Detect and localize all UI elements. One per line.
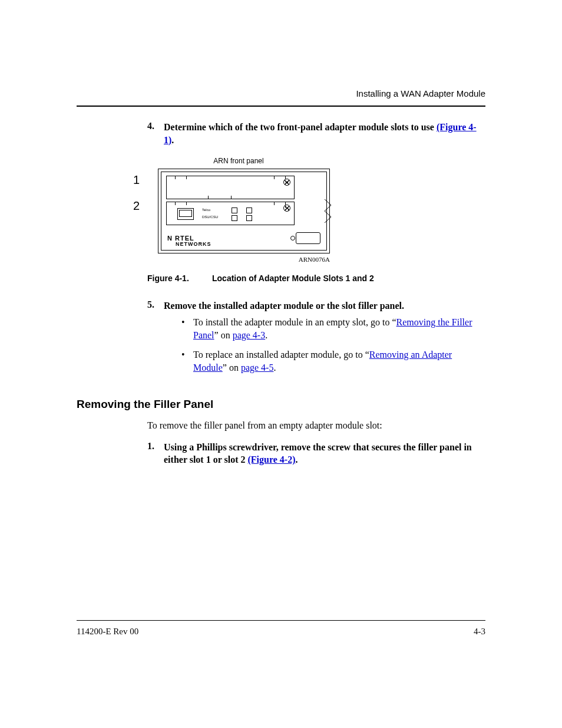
step-number: 5. bbox=[147, 299, 164, 380]
bullet-post: . bbox=[273, 363, 276, 373]
step5-text: Remove the installed adapter module or t… bbox=[164, 301, 404, 311]
substep1-post: . bbox=[296, 454, 298, 465]
page-4-3-link[interactable]: page 4-3 bbox=[233, 330, 266, 340]
step5-bullets: To install the adapter module in an empt… bbox=[164, 316, 485, 375]
step-text: Using a Phillips screwdriver, remove the… bbox=[164, 441, 485, 466]
footer-doc-id: 114200-E Rev 00 bbox=[77, 627, 138, 637]
clip-icon bbox=[274, 176, 286, 179]
figure-caption: Figure 4-1.Location of Adapter Module Sl… bbox=[147, 274, 485, 283]
bullet-pre: To install the adapter module in an empt… bbox=[193, 317, 396, 327]
brand-line2: NETWORKS bbox=[167, 242, 211, 246]
bullet-mid: ” on bbox=[214, 330, 233, 340]
break-indicator-icon bbox=[324, 199, 336, 223]
step4-posttext: . bbox=[171, 135, 174, 145]
led-icon bbox=[232, 207, 237, 213]
step-number: 4. bbox=[147, 121, 164, 146]
panel-inner: Telco DSU/CSU N RTEL NETWORKS bbox=[161, 172, 327, 251]
figure-top-label: ARN front panel bbox=[147, 157, 330, 165]
screw-icon bbox=[283, 205, 290, 212]
figure-4-1: ARN front panel 1 2 bbox=[147, 157, 485, 283]
page-footer: 114200-E Rev 00 4-3 bbox=[77, 620, 485, 637]
clip-icon bbox=[274, 202, 286, 205]
step-5: 5. Remove the installed adapter module o… bbox=[147, 299, 485, 380]
led-icon bbox=[246, 207, 252, 213]
callout-1: 1 bbox=[133, 173, 140, 187]
slot-2: Telco DSU/CSU bbox=[166, 202, 295, 225]
screw-icon bbox=[283, 179, 290, 186]
slot-1 bbox=[166, 176, 295, 199]
figure-code: ARN0076A bbox=[147, 256, 330, 263]
page-4-5-link[interactable]: page 4-5 bbox=[241, 363, 274, 373]
serial-port-icon bbox=[296, 232, 320, 244]
dsu-label: DSU/CSU bbox=[202, 215, 218, 219]
substep-1: 1. Using a Phillips screwdriver, remove … bbox=[147, 441, 485, 466]
footer-rule bbox=[77, 620, 485, 621]
list-item: To install the adapter module in an empt… bbox=[193, 316, 485, 342]
rj-port-inner-icon bbox=[179, 210, 192, 217]
list-item: To replace an installed adapter module, … bbox=[193, 348, 485, 375]
panel-frame: Telco DSU/CSU N RTEL NETWORKS bbox=[158, 169, 330, 253]
step-number: 1. bbox=[147, 441, 164, 466]
substep1-pre: Using a Phillips screwdriver, remove the… bbox=[164, 442, 472, 465]
figure-caption-label: Figure 4-1. bbox=[147, 274, 212, 283]
section-intro: To remove the filler panel from an empty… bbox=[147, 419, 485, 432]
clip-icon bbox=[175, 176, 187, 179]
clip-icon bbox=[175, 202, 187, 205]
figure-4-2-link[interactable]: (Figure 4-2) bbox=[248, 454, 296, 465]
telco-label: Telco bbox=[202, 208, 210, 212]
bullet-pre: To replace an installed adapter module, … bbox=[193, 350, 369, 360]
header-rule bbox=[77, 106, 485, 107]
callout-2: 2 bbox=[133, 199, 140, 213]
step4-pretext: Determine which of the two front-panel a… bbox=[164, 122, 437, 132]
figure-caption-text: Location of Adapter Module Slots 1 and 2 bbox=[212, 274, 374, 283]
step-text: Determine which of the two front-panel a… bbox=[164, 121, 485, 146]
front-panel-diagram: 1 2 bbox=[147, 165, 330, 253]
step-4: 4. Determine which of the two front-pane… bbox=[147, 121, 485, 146]
body-content: 4. Determine which of the two front-pane… bbox=[77, 121, 485, 466]
running-header: Installing a WAN Adapter Module bbox=[77, 88, 485, 98]
led-icon bbox=[232, 215, 237, 221]
led-icon bbox=[246, 215, 252, 221]
step-text: Remove the installed adapter module or t… bbox=[164, 299, 485, 380]
footer-page-number: 4-3 bbox=[474, 627, 485, 637]
handle-icon bbox=[208, 196, 232, 199]
section-heading: Removing the Filler Panel bbox=[77, 398, 485, 411]
bullet-mid: ” on bbox=[223, 363, 241, 373]
bullet-post: . bbox=[265, 330, 267, 340]
nortel-logo: N RTEL NETWORKS bbox=[167, 236, 211, 246]
